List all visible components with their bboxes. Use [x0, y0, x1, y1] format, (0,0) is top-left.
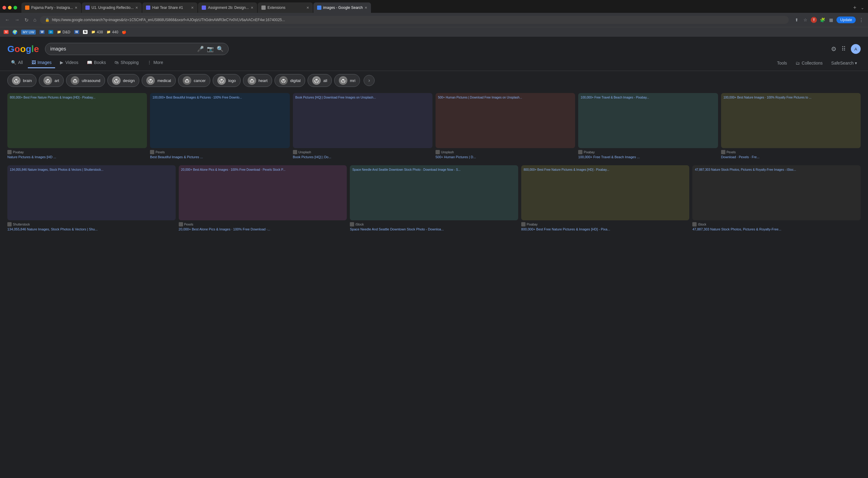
results-area: 800,000+ Best Free Nature Pictures & Ima…	[0, 90, 868, 235]
search-submit-icon[interactable]: 🔍	[217, 45, 223, 52]
browser-tab-5[interactable]: Extensions ✕	[258, 2, 313, 13]
bookmark-word2[interactable]: W	[74, 30, 79, 34]
extension-icon-red[interactable]: T	[811, 17, 817, 23]
chip-thumbnail: 🐼	[312, 76, 321, 85]
suggest-chip-all[interactable]: 🐼 all	[308, 74, 332, 87]
source-favicon-4	[578, 150, 583, 154]
bookmark-dd[interactable]: 📁 D&D	[57, 30, 70, 34]
result-item-row1-2[interactable]: Book Pictures [HQ] | Download Free Image…	[293, 93, 432, 159]
search-bar[interactable]: 🎤 📷 🔍	[45, 43, 229, 55]
result-title-0: Nature Pictures & Images [HD ...	[7, 155, 147, 159]
suggest-chip-design[interactable]: 🐼 design	[107, 74, 139, 87]
close-button[interactable]	[2, 6, 6, 9]
tab-close-button[interactable]: ✕	[75, 6, 78, 10]
reload-button[interactable]: ↻	[23, 17, 30, 23]
bookmark-notion[interactable]: N	[83, 30, 88, 34]
maximize-button[interactable]	[13, 6, 17, 9]
nav-item-videos[interactable]: ▶ Videos	[56, 58, 82, 68]
tab-close-button[interactable]: ✕	[306, 6, 309, 10]
suggest-chip-mri[interactable]: 🐼 mri	[334, 74, 360, 87]
bookmark-linkedin[interactable]: in	[49, 30, 53, 34]
result-item-row2-0[interactable]: 134,055,846 Nature Images, Stock Photos …	[7, 165, 176, 231]
tab-label: Pajama Party - Instagra...	[31, 5, 73, 10]
google-page: Google 🎤 📷 🔍 ⚙ ⠿ A 🔍 All 🖼 Images ▶ Vide…	[0, 37, 868, 478]
result-item-row2-2[interactable]: Space Needle And Seattle Downtown Stock …	[350, 165, 518, 231]
suggest-chip-medical[interactable]: 🐼 medical	[142, 74, 176, 87]
address-bar: ← → ↻ ⌂ 🔒 https://www.google.com/search?…	[0, 13, 868, 27]
source-favicon-1	[150, 150, 154, 154]
bookmark-word[interactable]: W	[39, 30, 45, 34]
suggest-chip-logo[interactable]: 🐼 logo	[213, 74, 241, 87]
home-button[interactable]: ⌂	[32, 17, 38, 23]
tab-overflow-arrow[interactable]: ⌄	[860, 5, 866, 10]
result-title-r2-3: 800,000+ Best Free Nature Pictures & Ima…	[521, 227, 689, 231]
back-button[interactable]: ←	[4, 17, 11, 23]
result-item-row2-4[interactable]: 47,887,303 Nature Stock Photos, Pictures…	[692, 165, 861, 231]
suggest-chip-heart[interactable]: 🐼 heart	[243, 74, 272, 87]
puzzle-icon[interactable]: 🧩	[819, 17, 826, 23]
nav-item-shopping[interactable]: 🛍 Shopping	[111, 58, 142, 68]
browser-tab-1[interactable]: Pajama Party - Instagra... ✕	[22, 2, 81, 13]
suggest-chip-art[interactable]: 🐼 art	[39, 74, 64, 87]
forward-button[interactable]: →	[13, 17, 21, 23]
tab-bar: Pajama Party - Instagra... ✕ U1. Ungradi…	[0, 0, 868, 13]
source-favicon-r2-0	[7, 222, 12, 226]
result-item-row1-5[interactable]: 100,000+ Best Nature Images · 100% Royal…	[721, 93, 861, 159]
chip-thumbnail: 🐼	[112, 76, 121, 85]
suggest-chip-ultrasound[interactable]: 🐼 ultrasound	[66, 74, 105, 87]
share-icon[interactable]: ⬆	[794, 17, 800, 23]
bookmark-apple[interactable]: 🍎	[122, 30, 126, 34]
avatar[interactable]: A	[851, 44, 861, 54]
tab-close-button[interactable]: ✕	[251, 6, 253, 10]
browser-tab-6[interactable]: images - Google Search ✕	[313, 2, 371, 13]
nav-item-more[interactable]: ⋮ More	[144, 58, 167, 68]
camera-icon[interactable]: 📷	[207, 45, 214, 52]
source-name-1: Pexels	[155, 151, 165, 154]
browser-tab-2[interactable]: U1. Ungrading Reflectio... ✕	[82, 2, 142, 13]
safesearch-button[interactable]: SafeSearch ▾	[828, 58, 861, 68]
url-bar[interactable]: 🔒 https://www.google.com/search?q=images…	[40, 16, 789, 24]
chip-thumbnail: 🐼	[248, 76, 256, 85]
bookmark-myuw[interactable]: MY UW	[21, 30, 36, 35]
bookmark-gmail[interactable]: M	[4, 30, 8, 34]
result-item-row2-3[interactable]: 800,000+ Best Free Nature Pictures & Ima…	[521, 165, 689, 231]
tab-close-button[interactable]: ✕	[365, 6, 367, 10]
tab-close-button[interactable]: ✕	[191, 6, 194, 10]
tools-button[interactable]: Tools	[773, 58, 791, 68]
settings-icon[interactable]: ⚙	[831, 45, 836, 53]
search-input[interactable]	[50, 46, 194, 52]
nav-item-all[interactable]: 🔍 All	[7, 58, 27, 68]
result-item-row2-1[interactable]: 20,000+ Best Alone Pics & Images · 100% …	[179, 165, 347, 231]
suggest-chip-digital[interactable]: 🐼 digital	[275, 74, 305, 87]
result-item-row1-1[interactable]: 100,000+ Best Beautiful Images & Picture…	[150, 93, 289, 159]
nav-item-books[interactable]: 📖 Books	[83, 58, 110, 68]
tab-close-button[interactable]: ✕	[135, 6, 138, 10]
suggest-chip-brain[interactable]: 🐼 brain	[7, 74, 36, 87]
result-item-row1-3[interactable]: 500+ Human Pictures | Download Free Imag…	[436, 93, 575, 159]
browser-tab-4[interactable]: Assignment 2b: Design... ✕	[198, 2, 257, 13]
menu-icon[interactable]: ⋮	[858, 17, 864, 23]
more-suggestions-button[interactable]: ›	[364, 75, 375, 86]
minimize-button[interactable]	[8, 6, 12, 9]
bookmark-438[interactable]: 📁 438	[91, 30, 103, 34]
star-icon[interactable]: ☆	[802, 17, 808, 23]
source-name-4: Pixabay	[584, 151, 595, 154]
google-logo[interactable]: Google	[7, 44, 39, 54]
result-item-row1-0[interactable]: 800,000+ Best Free Nature Pictures & Ima…	[7, 93, 147, 159]
suggest-chip-cancer[interactable]: 🐼 cancer	[178, 74, 210, 87]
browser-tab-3[interactable]: Hair Tear Share #1 ✕	[142, 2, 197, 13]
collections-button[interactable]: 🗂 Collections	[792, 58, 826, 68]
update-button[interactable]: Update	[836, 17, 856, 23]
apps-grid-icon[interactable]: ⠿	[841, 45, 846, 53]
new-tab-button[interactable]: +	[850, 5, 859, 11]
chip-label: mri	[350, 78, 355, 83]
sidebar-icon[interactable]: ▦	[828, 17, 834, 23]
bookmark-440[interactable]: 📁 440	[106, 30, 118, 34]
bookmark-maps[interactable]: 🌍	[12, 30, 18, 35]
url-text: https://www.google.com/search?q=images&r…	[52, 18, 784, 22]
result-title-4: 100,000+ Free Travel & Beach Images ...	[578, 155, 718, 159]
mic-icon[interactable]: 🎤	[197, 45, 204, 52]
nav-item-images[interactable]: 🖼 Images	[28, 58, 55, 68]
result-title-r2-2: Space Needle And Seattle Downtown Stock …	[350, 227, 518, 231]
result-item-row1-4[interactable]: 100,000+ Free Travel & Beach Images - Pi…	[578, 93, 718, 159]
